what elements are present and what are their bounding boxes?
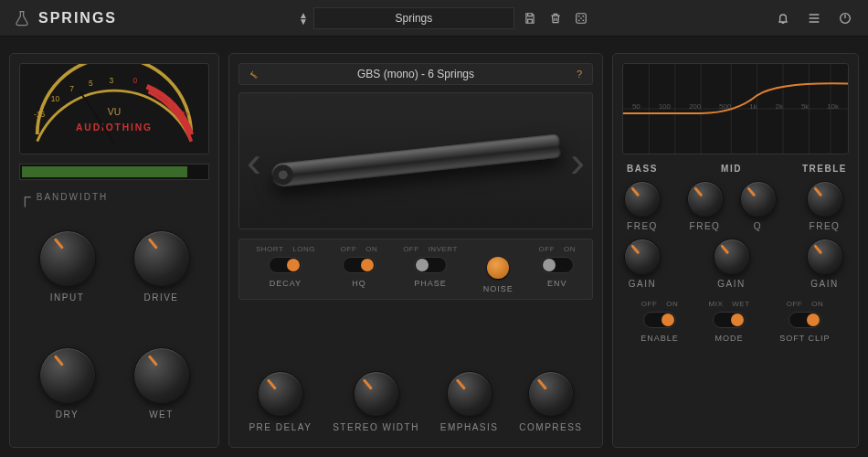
vu-label: VU bbox=[108, 107, 121, 117]
mid-column: MID FREQ Q GAIN bbox=[687, 164, 777, 289]
svg-point-1 bbox=[578, 15, 580, 16]
hq-label: HQ bbox=[352, 279, 366, 288]
topbar: SPRINGS ▲▼ Springs bbox=[0, 0, 868, 37]
wrench-icon[interactable] bbox=[245, 67, 259, 81]
eq-switch-row: OFF ON ENABLE MIX WET MODE OFF ON bbox=[622, 300, 849, 343]
drive-label: DRIVE bbox=[143, 292, 178, 303]
preset-bar: ▲▼ Springs bbox=[117, 7, 773, 29]
enable-toggle[interactable] bbox=[643, 312, 676, 328]
bass-title: BASS bbox=[627, 164, 658, 174]
spring-header: GBS (mono) - 6 Springs ? bbox=[238, 63, 593, 85]
trash-icon[interactable] bbox=[545, 8, 566, 28]
env-label: ENV bbox=[547, 279, 567, 288]
noise-knob[interactable] bbox=[487, 257, 509, 279]
svg-text:3+: 3+ bbox=[181, 110, 190, 119]
svg-text:5: 5 bbox=[89, 79, 93, 88]
phase-label: PHASE bbox=[414, 279, 447, 288]
svg-point-4 bbox=[578, 19, 580, 21]
mid-freq-knob[interactable] bbox=[687, 181, 724, 218]
help-icon[interactable]: ? bbox=[572, 67, 587, 81]
level-meter bbox=[19, 164, 209, 180]
svg-point-2 bbox=[582, 15, 584, 16]
hq-toggle[interactable] bbox=[343, 257, 376, 273]
predelay-label: PRE DELAY bbox=[249, 422, 312, 432]
spring-name[interactable]: GBS (mono) - 6 Springs bbox=[267, 68, 565, 80]
switch-row: SHORT LONG DECAY OFF ON HQ OFF INVERT bbox=[238, 239, 593, 300]
bell-icon[interactable] bbox=[773, 8, 793, 28]
plugin-name: SPRINGS bbox=[38, 10, 117, 27]
prev-spring-chevron[interactable]: ‹ bbox=[247, 136, 261, 186]
vu-brand: AUDIOTHING bbox=[76, 122, 153, 133]
wet-knob[interactable] bbox=[133, 347, 190, 404]
dry-label: DRY bbox=[56, 409, 79, 420]
svg-point-3 bbox=[580, 17, 582, 19]
spring-tube-graphic bbox=[270, 133, 561, 187]
topbar-right bbox=[773, 8, 855, 28]
dice-icon[interactable] bbox=[571, 8, 591, 28]
input-knob[interactable] bbox=[39, 230, 96, 287]
treble-gain-knob[interactable] bbox=[807, 239, 843, 275]
bandwidth-label-row: ┌ BANDWIDTH bbox=[19, 187, 209, 207]
vu-meter: -1510 75 30 3+ VU AUDIOTHING bbox=[19, 63, 209, 154]
predelay-knob[interactable] bbox=[258, 371, 303, 417]
treble-title: TREBLE bbox=[802, 164, 847, 174]
mid-title: MID bbox=[721, 164, 742, 174]
stereo-width-knob[interactable] bbox=[354, 371, 399, 417]
treble-freq-knob[interactable] bbox=[807, 181, 843, 218]
svg-text:-15: -15 bbox=[34, 110, 45, 119]
flask-icon bbox=[13, 9, 31, 27]
mode-toggle[interactable] bbox=[713, 312, 746, 328]
bass-column: BASS FREQ GAIN bbox=[624, 164, 661, 289]
menu-icon[interactable] bbox=[804, 8, 824, 28]
freq-axis: 50100 200500 1k2k 5k10k bbox=[623, 102, 848, 111]
center-panel: GBS (mono) - 6 Springs ? ‹ › SHORT LONG … bbox=[228, 53, 603, 448]
env-toggle[interactable] bbox=[541, 257, 574, 273]
preset-step-arrows[interactable]: ▲▼ bbox=[299, 12, 308, 25]
compress-label: COMPRESS bbox=[519, 422, 582, 432]
left-panel: -1510 75 30 3+ VU AUDIOTHING ┌ BANDWIDTH… bbox=[9, 53, 219, 448]
svg-point-5 bbox=[582, 19, 584, 21]
svg-text:0: 0 bbox=[133, 76, 138, 85]
noise-label: NOISE bbox=[483, 284, 513, 293]
bandwidth-label: BANDWIDTH bbox=[37, 192, 109, 202]
mid-q-knob[interactable] bbox=[740, 181, 777, 218]
next-spring-chevron[interactable]: › bbox=[570, 136, 585, 186]
bass-gain-knob[interactable] bbox=[624, 239, 661, 275]
right-panel: 50100 200500 1k2k 5k10k BASS FREQ GAIN M… bbox=[612, 53, 859, 448]
emphasis-knob[interactable] bbox=[447, 371, 492, 417]
bass-freq-knob[interactable] bbox=[624, 181, 661, 218]
svg-text:10: 10 bbox=[51, 95, 60, 104]
stereo-width-label: STEREO WIDTH bbox=[333, 422, 419, 432]
softclip-toggle[interactable] bbox=[789, 312, 821, 328]
power-icon[interactable] bbox=[835, 8, 855, 28]
eq-graph[interactable]: 50100 200500 1k2k 5k10k bbox=[622, 63, 849, 154]
decay-toggle[interactable] bbox=[269, 257, 302, 273]
drive-knob[interactable] bbox=[133, 230, 190, 287]
emphasis-label: EMPHASIS bbox=[440, 422, 499, 432]
dry-knob[interactable] bbox=[39, 347, 96, 404]
spring-visual: ‹ › bbox=[238, 92, 593, 229]
save-icon[interactable] bbox=[520, 8, 540, 28]
compress-knob[interactable] bbox=[528, 371, 574, 417]
wet-label: WET bbox=[149, 409, 174, 420]
treble-column: TREBLE FREQ GAIN bbox=[802, 164, 847, 289]
svg-text:7: 7 bbox=[69, 84, 74, 93]
input-label: INPUT bbox=[50, 292, 85, 303]
decay-label: DECAY bbox=[270, 279, 302, 288]
svg-text:3: 3 bbox=[109, 76, 113, 85]
mid-gain-knob[interactable] bbox=[714, 239, 750, 275]
phase-toggle[interactable] bbox=[414, 257, 447, 273]
logo: SPRINGS bbox=[13, 9, 117, 27]
preset-name-box[interactable]: Springs bbox=[313, 7, 514, 29]
